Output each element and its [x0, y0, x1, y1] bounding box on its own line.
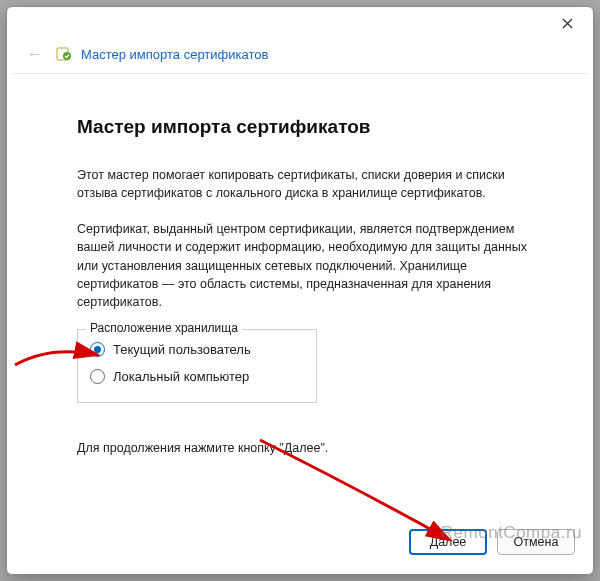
- intro-text: Этот мастер помогает копировать сертифик…: [77, 166, 533, 202]
- radio-icon: [90, 342, 105, 357]
- explain-text: Сертификат, выданный центром сертификаци…: [77, 220, 533, 311]
- back-arrow: ←: [27, 45, 43, 63]
- store-location-fieldset: Расположение хранилища Текущий пользоват…: [77, 329, 317, 403]
- wizard-header: ← Мастер импорта сертификатов: [7, 39, 593, 73]
- close-icon: [562, 18, 573, 29]
- radio-label: Локальный компьютер: [113, 369, 249, 384]
- radio-icon: [90, 369, 105, 384]
- radio-label: Текущий пользователь: [113, 342, 251, 357]
- page-heading: Мастер импорта сертификатов: [77, 116, 533, 138]
- cancel-button[interactable]: Отмена: [497, 529, 575, 555]
- titlebar: [7, 7, 593, 39]
- wizard-body: Мастер импорта сертификатов Этот мастер …: [7, 74, 593, 520]
- store-location-legend: Расположение хранилища: [86, 321, 242, 335]
- wizard-window: ← Мастер импорта сертификатов Мастер имп…: [6, 6, 594, 575]
- wizard-header-title: Мастер импорта сертификатов: [81, 47, 268, 62]
- radio-current-user[interactable]: Текущий пользователь: [88, 336, 306, 363]
- continue-hint: Для продолжения нажмите кнопку "Далее".: [77, 439, 533, 457]
- close-button[interactable]: [549, 9, 585, 37]
- wizard-footer: Далее Отмена: [7, 520, 593, 574]
- next-button[interactable]: Далее: [409, 529, 487, 555]
- radio-local-machine[interactable]: Локальный компьютер: [88, 363, 306, 390]
- certificate-wizard-icon: [55, 45, 73, 63]
